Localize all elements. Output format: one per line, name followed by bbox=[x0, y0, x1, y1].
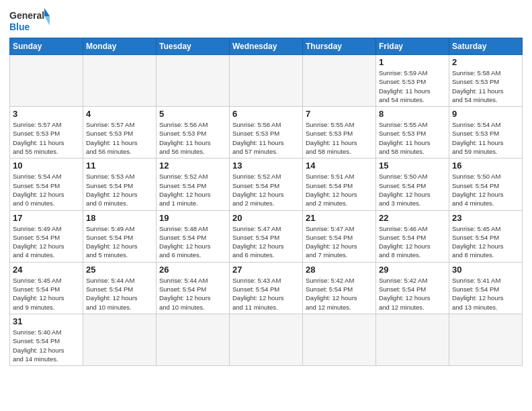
table-cell: 20Sunrise: 5:47 AM Sunset: 5:54 PM Dayli… bbox=[230, 210, 303, 262]
logo: General Blue bbox=[9, 7, 50, 34]
day-info: Sunrise: 5:55 AM Sunset: 5:53 PM Dayligh… bbox=[379, 120, 446, 156]
table-cell: 21Sunrise: 5:47 AM Sunset: 5:54 PM Dayli… bbox=[303, 210, 376, 262]
day-number: 5 bbox=[159, 109, 226, 119]
day-info: Sunrise: 5:47 AM Sunset: 5:54 PM Dayligh… bbox=[232, 224, 300, 260]
table-cell bbox=[303, 55, 376, 107]
table-cell: 5Sunrise: 5:56 AM Sunset: 5:53 PM Daylig… bbox=[157, 107, 230, 158]
svg-marker-3 bbox=[44, 16, 50, 26]
day-number: 20 bbox=[232, 213, 300, 223]
table-cell: 19Sunrise: 5:48 AM Sunset: 5:54 PM Dayli… bbox=[157, 210, 230, 262]
day-info: Sunrise: 5:49 AM Sunset: 5:54 PM Dayligh… bbox=[86, 224, 153, 260]
table-cell: 8Sunrise: 5:55 AM Sunset: 5:53 PM Daylig… bbox=[376, 107, 449, 158]
day-number: 31 bbox=[13, 316, 80, 326]
week-row-1: 3Sunrise: 5:57 AM Sunset: 5:53 PM Daylig… bbox=[10, 107, 523, 158]
day-info: Sunrise: 5:58 AM Sunset: 5:53 PM Dayligh… bbox=[452, 68, 519, 104]
day-number: 9 bbox=[452, 109, 519, 119]
day-info: Sunrise: 5:41 AM Sunset: 5:54 PM Dayligh… bbox=[452, 276, 519, 312]
col-wednesday: Wednesday bbox=[230, 38, 303, 55]
table-cell: 6Sunrise: 5:56 AM Sunset: 5:53 PM Daylig… bbox=[230, 107, 303, 158]
weekday-header-row: Sunday Monday Tuesday Wednesday Thursday… bbox=[10, 38, 523, 55]
table-cell: 4Sunrise: 5:57 AM Sunset: 5:53 PM Daylig… bbox=[83, 107, 157, 158]
day-number: 7 bbox=[306, 109, 373, 119]
day-number: 12 bbox=[159, 161, 226, 171]
day-number: 13 bbox=[232, 161, 300, 171]
table-cell bbox=[10, 55, 83, 107]
table-cell: 13Sunrise: 5:52 AM Sunset: 5:54 PM Dayli… bbox=[230, 158, 303, 210]
day-number: 15 bbox=[379, 161, 446, 171]
table-cell bbox=[230, 314, 303, 365]
day-number: 14 bbox=[306, 161, 373, 171]
day-info: Sunrise: 5:56 AM Sunset: 5:53 PM Dayligh… bbox=[159, 120, 226, 156]
day-info: Sunrise: 5:49 AM Sunset: 5:54 PM Dayligh… bbox=[13, 224, 80, 260]
day-number: 2 bbox=[452, 57, 519, 67]
table-cell: 9Sunrise: 5:54 AM Sunset: 5:53 PM Daylig… bbox=[449, 107, 523, 158]
header: General Blue bbox=[9, 7, 523, 34]
day-info: Sunrise: 5:52 AM Sunset: 5:54 PM Dayligh… bbox=[232, 172, 300, 208]
day-number: 22 bbox=[379, 213, 446, 223]
table-cell bbox=[83, 314, 157, 365]
day-info: Sunrise: 5:43 AM Sunset: 5:54 PM Dayligh… bbox=[232, 276, 300, 312]
day-number: 4 bbox=[86, 109, 153, 119]
table-cell: 1Sunrise: 5:59 AM Sunset: 5:53 PM Daylig… bbox=[376, 55, 449, 107]
day-number: 23 bbox=[452, 213, 519, 223]
table-cell bbox=[230, 55, 303, 107]
svg-text:Blue: Blue bbox=[9, 21, 30, 32]
day-number: 1 bbox=[379, 57, 446, 67]
table-cell: 28Sunrise: 5:42 AM Sunset: 5:54 PM Dayli… bbox=[303, 262, 376, 314]
week-row-3: 17Sunrise: 5:49 AM Sunset: 5:54 PM Dayli… bbox=[10, 210, 523, 262]
table-cell: 30Sunrise: 5:41 AM Sunset: 5:54 PM Dayli… bbox=[449, 262, 523, 314]
svg-marker-2 bbox=[44, 8, 50, 16]
day-number: 6 bbox=[232, 109, 300, 119]
day-info: Sunrise: 5:45 AM Sunset: 5:54 PM Dayligh… bbox=[452, 224, 519, 260]
day-number: 8 bbox=[379, 109, 446, 119]
day-info: Sunrise: 5:53 AM Sunset: 5:54 PM Dayligh… bbox=[86, 172, 153, 208]
day-number: 26 bbox=[159, 265, 226, 275]
generalblue-logo-icon: General Blue bbox=[9, 7, 50, 34]
day-info: Sunrise: 5:45 AM Sunset: 5:54 PM Dayligh… bbox=[13, 276, 80, 312]
table-cell: 15Sunrise: 5:50 AM Sunset: 5:54 PM Dayli… bbox=[376, 158, 449, 210]
day-number: 30 bbox=[452, 265, 519, 275]
week-row-4: 24Sunrise: 5:45 AM Sunset: 5:54 PM Dayli… bbox=[10, 262, 523, 314]
svg-text:General: General bbox=[9, 10, 44, 21]
col-saturday: Saturday bbox=[449, 38, 523, 55]
table-cell: 14Sunrise: 5:51 AM Sunset: 5:54 PM Dayli… bbox=[303, 158, 376, 210]
day-info: Sunrise: 5:50 AM Sunset: 5:54 PM Dayligh… bbox=[452, 172, 519, 208]
day-number: 25 bbox=[86, 265, 153, 275]
day-number: 19 bbox=[159, 213, 226, 223]
table-cell bbox=[303, 314, 376, 365]
day-number: 24 bbox=[13, 265, 80, 275]
day-info: Sunrise: 5:50 AM Sunset: 5:54 PM Dayligh… bbox=[379, 172, 446, 208]
table-cell: 25Sunrise: 5:44 AM Sunset: 5:54 PM Dayli… bbox=[83, 262, 157, 314]
table-cell: 24Sunrise: 5:45 AM Sunset: 5:54 PM Dayli… bbox=[10, 262, 83, 314]
table-cell bbox=[83, 55, 157, 107]
day-info: Sunrise: 5:57 AM Sunset: 5:53 PM Dayligh… bbox=[13, 120, 80, 156]
day-info: Sunrise: 5:56 AM Sunset: 5:53 PM Dayligh… bbox=[232, 120, 300, 156]
col-friday: Friday bbox=[376, 38, 449, 55]
table-cell: 12Sunrise: 5:52 AM Sunset: 5:54 PM Dayli… bbox=[157, 158, 230, 210]
table-cell: 23Sunrise: 5:45 AM Sunset: 5:54 PM Dayli… bbox=[449, 210, 523, 262]
table-cell: 16Sunrise: 5:50 AM Sunset: 5:54 PM Dayli… bbox=[449, 158, 523, 210]
day-number: 11 bbox=[86, 161, 153, 171]
day-info: Sunrise: 5:44 AM Sunset: 5:54 PM Dayligh… bbox=[159, 276, 226, 312]
page: General Blue Sunday Monday Tuesday Wedne… bbox=[0, 0, 532, 411]
table-cell: 7Sunrise: 5:55 AM Sunset: 5:53 PM Daylig… bbox=[303, 107, 376, 158]
table-cell: 27Sunrise: 5:43 AM Sunset: 5:54 PM Dayli… bbox=[230, 262, 303, 314]
table-cell: 17Sunrise: 5:49 AM Sunset: 5:54 PM Dayli… bbox=[10, 210, 83, 262]
table-cell: 26Sunrise: 5:44 AM Sunset: 5:54 PM Dayli… bbox=[157, 262, 230, 314]
calendar-body: 1Sunrise: 5:59 AM Sunset: 5:53 PM Daylig… bbox=[10, 55, 523, 366]
col-sunday: Sunday bbox=[10, 38, 83, 55]
day-number: 21 bbox=[306, 213, 373, 223]
table-cell bbox=[157, 55, 230, 107]
day-info: Sunrise: 5:54 AM Sunset: 5:54 PM Dayligh… bbox=[13, 172, 80, 208]
table-cell: 29Sunrise: 5:42 AM Sunset: 5:54 PM Dayli… bbox=[376, 262, 449, 314]
day-number: 17 bbox=[13, 213, 80, 223]
table-cell: 11Sunrise: 5:53 AM Sunset: 5:54 PM Dayli… bbox=[83, 158, 157, 210]
table-cell bbox=[157, 314, 230, 365]
day-info: Sunrise: 5:42 AM Sunset: 5:54 PM Dayligh… bbox=[306, 276, 373, 312]
day-info: Sunrise: 5:59 AM Sunset: 5:53 PM Dayligh… bbox=[379, 68, 446, 104]
day-number: 10 bbox=[13, 161, 80, 171]
day-info: Sunrise: 5:46 AM Sunset: 5:54 PM Dayligh… bbox=[379, 224, 446, 260]
week-row-5: 31Sunrise: 5:40 AM Sunset: 5:54 PM Dayli… bbox=[10, 314, 523, 365]
table-cell bbox=[449, 314, 523, 365]
day-info: Sunrise: 5:55 AM Sunset: 5:53 PM Dayligh… bbox=[306, 120, 373, 156]
